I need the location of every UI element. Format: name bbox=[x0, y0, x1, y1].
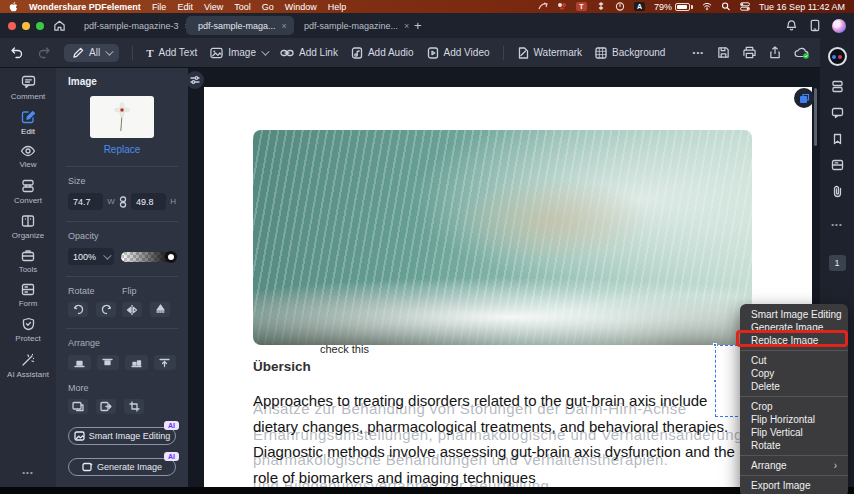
image-thumbnail[interactable] bbox=[90, 96, 154, 138]
status-texttool-icon[interactable]: T bbox=[576, 2, 587, 11]
tab-pdf-sample-magazine[interactable]: pdf-sample-magazine... × bbox=[296, 16, 404, 35]
status-shortcut-icon[interactable] bbox=[615, 2, 625, 11]
save-icon[interactable] bbox=[717, 46, 730, 59]
lock-ratio-icon[interactable] bbox=[119, 196, 127, 208]
cloud-sync-icon[interactable] bbox=[794, 46, 810, 59]
status-mirroring-icon[interactable] bbox=[538, 2, 548, 11]
selection-handle[interactable] bbox=[713, 343, 717, 347]
sidebar-item-view[interactable]: View bbox=[0, 145, 56, 169]
tab-pdf-sample-maga-active[interactable]: pdf-sample-maga... × bbox=[186, 16, 294, 35]
sidebar-item-ai-assistant[interactable]: AI Assistant bbox=[0, 353, 56, 379]
context-menu-item-export-image[interactable]: Export Image bbox=[740, 479, 848, 492]
comments-panel-icon[interactable] bbox=[831, 107, 844, 119]
share-icon[interactable] bbox=[769, 46, 781, 59]
status-dropbox-icon[interactable] bbox=[596, 2, 606, 11]
apple-logo-icon[interactable] bbox=[9, 2, 18, 12]
minimize-window-button[interactable] bbox=[22, 22, 30, 30]
context-menu-item-rotate[interactable]: Rotate bbox=[740, 439, 848, 452]
replace-image-button[interactable] bbox=[68, 399, 88, 414]
menubar-app-name[interactable]: Wondershare PDFelement bbox=[29, 2, 141, 12]
flip-vertical-button[interactable] bbox=[150, 302, 170, 317]
zoom-window-button[interactable] bbox=[36, 22, 44, 30]
document-heading[interactable]: Übersich bbox=[253, 359, 311, 374]
close-window-button[interactable] bbox=[8, 22, 16, 30]
toolbar-more-button[interactable]: ••• bbox=[693, 48, 704, 57]
menubar-menu-go[interactable]: Go bbox=[262, 2, 274, 12]
smart-image-editing-button[interactable]: Smart Image Editing AI bbox=[68, 427, 176, 445]
add-link-button[interactable]: Add Link bbox=[280, 47, 338, 58]
battery-indicator[interactable]: 79% bbox=[654, 2, 693, 12]
align-top-button[interactable] bbox=[97, 355, 120, 370]
ai-chatbot-icon[interactable] bbox=[828, 47, 847, 66]
menubar-menu-window[interactable]: Window bbox=[285, 2, 317, 12]
context-menu-item-flip-horizontal[interactable]: Flip Horizontal bbox=[740, 413, 848, 426]
replace-image-link[interactable]: Replace bbox=[68, 144, 176, 155]
height-input[interactable]: 49.8 bbox=[131, 193, 166, 210]
sidebar-item-form[interactable]: Form bbox=[0, 283, 56, 308]
tab-pdf-sample-magazine-3[interactable]: pdf-sample-magazine-3 × bbox=[76, 16, 184, 35]
device-panel-icon[interactable] bbox=[809, 19, 821, 32]
add-audio-button[interactable]: Add Audio bbox=[351, 47, 414, 59]
redo-icon[interactable] bbox=[37, 46, 51, 59]
sidebar-item-organize[interactable]: Organize bbox=[0, 214, 56, 240]
image-quick-action-button[interactable] bbox=[794, 88, 814, 108]
context-menu-item-cut[interactable]: Cut bbox=[740, 354, 848, 367]
attachment-icon[interactable] bbox=[832, 185, 843, 198]
selection-handle[interactable] bbox=[713, 379, 717, 383]
opacity-select[interactable]: 100% bbox=[68, 248, 114, 265]
search-icon[interactable] bbox=[721, 2, 731, 11]
notification-bell-icon[interactable] bbox=[785, 19, 798, 32]
new-tab-button[interactable]: + bbox=[414, 18, 422, 33]
generate-image-button[interactable]: Generate Image AI bbox=[68, 458, 176, 476]
print-icon[interactable] bbox=[743, 46, 756, 59]
opacity-slider[interactable] bbox=[121, 252, 173, 262]
close-tab-icon[interactable]: × bbox=[282, 21, 287, 31]
form-fields-icon[interactable] bbox=[831, 159, 844, 171]
close-tab-icon[interactable]: × bbox=[404, 21, 409, 31]
distribute-vertical-button[interactable] bbox=[154, 355, 177, 370]
menubar-menu-view[interactable]: View bbox=[204, 2, 223, 12]
extract-image-button[interactable] bbox=[96, 399, 116, 414]
comment-note-text[interactable]: check this bbox=[320, 343, 369, 355]
status-paw-icon[interactable] bbox=[557, 2, 567, 11]
document-canvas[interactable]: check this Übersich Ansätze zur Behandlu… bbox=[188, 68, 820, 487]
bookmark-icon[interactable] bbox=[832, 133, 843, 145]
panel-settings-handle[interactable] bbox=[188, 71, 204, 89]
add-video-button[interactable]: Add Video bbox=[427, 47, 490, 59]
align-bottom-button[interactable] bbox=[68, 355, 91, 370]
flip-horizontal-button[interactable] bbox=[122, 302, 142, 317]
context-menu-item-copy[interactable]: Copy bbox=[740, 367, 848, 380]
rotate-left-button[interactable] bbox=[68, 302, 88, 317]
status-1password-icon[interactable]: A bbox=[634, 2, 645, 11]
background-button[interactable]: Background bbox=[595, 47, 665, 59]
sidebar-item-convert[interactable]: Convert bbox=[0, 179, 56, 205]
crop-image-button[interactable] bbox=[124, 399, 144, 414]
opacity-slider-knob[interactable] bbox=[165, 251, 177, 263]
image-menu-button[interactable]: Image bbox=[210, 47, 267, 59]
sidebar-item-edit[interactable]: Edit bbox=[0, 110, 56, 136]
context-menu-item-arrange[interactable]: Arrange › bbox=[740, 459, 848, 472]
context-menu-item-delete[interactable]: Delete bbox=[740, 380, 848, 393]
home-icon[interactable] bbox=[53, 19, 66, 32]
menubar-clock[interactable]: Tue 16 Sep 11:42 AM bbox=[759, 2, 845, 12]
rotate-right-button[interactable] bbox=[96, 302, 116, 317]
watermark-button[interactable]: Watermark bbox=[517, 47, 583, 59]
document-paragraph[interactable]: Approaches to treating disorders related… bbox=[253, 388, 793, 487]
sidebar-item-comment[interactable]: Comment bbox=[0, 75, 56, 101]
canvas-scrollbar[interactable] bbox=[814, 88, 817, 146]
sidebar-more-panels-button[interactable]: ••• bbox=[831, 220, 842, 229]
width-input[interactable]: 74.7 bbox=[68, 193, 103, 210]
context-menu-item-smart-image-editing[interactable]: Smart Image Editing bbox=[740, 308, 848, 321]
page-number-badge[interactable]: 1 bbox=[829, 255, 846, 271]
user-avatar[interactable] bbox=[832, 19, 846, 33]
sidebar-more-button[interactable]: ••• bbox=[22, 468, 33, 477]
distribute-horizontal-button[interactable] bbox=[125, 355, 148, 370]
sidebar-item-tools[interactable]: Tools bbox=[0, 249, 56, 274]
ocean-wave-image[interactable] bbox=[253, 130, 752, 345]
menubar-menu-file[interactable]: File bbox=[152, 2, 167, 12]
menubar-menu-help[interactable]: Help bbox=[328, 2, 347, 12]
select-all-tool-button[interactable]: All bbox=[64, 44, 119, 62]
pdf-page[interactable]: check this Übersich Ansätze zur Behandlu… bbox=[204, 87, 812, 487]
menubar-menu-edit[interactable]: Edit bbox=[177, 2, 193, 12]
context-menu-item-crop[interactable]: Crop bbox=[740, 400, 848, 413]
